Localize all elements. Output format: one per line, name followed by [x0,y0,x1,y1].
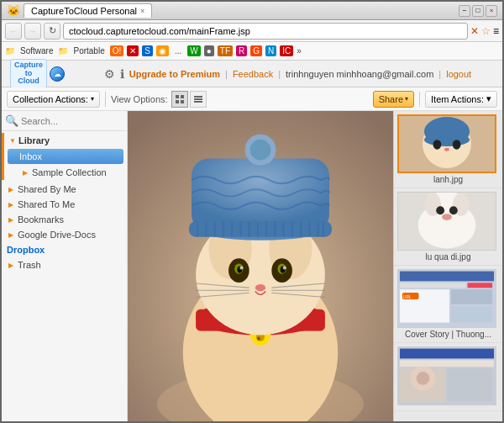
ext-s-icon[interactable]: S [142,45,153,56]
dropbox-label: Dropbox [7,245,45,255]
svg-rect-1 [181,95,184,98]
ext-g-icon[interactable]: G [250,45,262,56]
browser-window: 🐱 CaptureToCloud Personal × − □ × ← → ↻ … [0,0,504,423]
ext-chevron-icon[interactable]: » [297,46,302,56]
thumb-img-2 [397,192,496,251]
library-header[interactable]: ▼ Library [4,133,127,148]
svg-point-67 [449,206,458,214]
svg-rect-6 [194,101,202,103]
svg-text:URL: URL [403,295,412,299]
sidebar-item-inbox[interactable]: Inbox [8,149,123,164]
ext-ic-icon[interactable]: IC [280,45,293,56]
shared-by-me-arrow: ▶ [8,186,13,193]
view-list-btn[interactable] [190,91,207,108]
search-input[interactable] [21,116,128,126]
window-controls: − □ × [459,5,497,17]
thumb-web2-image [398,346,496,405]
svg-point-66 [436,206,444,214]
forward-btn[interactable]: → [24,23,41,40]
ext-dark-icon[interactable]: ● [204,45,214,56]
view-icons [171,91,207,108]
folder2-icon: 📁 [58,46,68,56]
thumb-img-1 [397,114,496,173]
menu-icon[interactable]: ≡ [493,25,499,37]
sidebar-item-trash[interactable]: ▶ Trash [2,257,127,272]
logout-link[interactable]: logout [446,69,471,79]
dropbox-section-header[interactable]: Dropbox [2,242,127,257]
collection-actions-btn[interactable]: Collection Actions: ▾ [7,91,100,108]
url-input[interactable] [63,23,468,40]
browser-tab[interactable]: CaptureToCloud Personal × [24,3,152,18]
bookmarks-label: Bookmarks [18,214,64,225]
title-bar: 🐱 CaptureToCloud Personal × − □ × [2,2,502,20]
thumbnail-item-4[interactable] [394,343,502,411]
tab-label: CaptureToCloud Personal [31,6,137,16]
thumb-label-1: lanh.jpg [397,175,499,184]
svg-point-60 [444,148,449,151]
search-icon[interactable]: 🔍 [5,114,18,127]
maximize-btn[interactable]: □ [472,5,484,17]
collection-actions-label: Collection Actions: [13,94,88,104]
item-actions-label: Item Actions: [431,94,484,104]
svg-rect-4 [194,96,202,98]
refresh-btn[interactable]: ↻ [44,23,60,40]
folder-icon: 📁 [5,46,15,56]
info-icon[interactable]: ℹ [120,67,124,81]
star-icon[interactable]: ☆ [481,25,491,37]
sidebar-item-sample[interactable]: ▶ Sample Collection [4,165,127,180]
share-btn[interactable]: Share ▾ [373,91,414,108]
upgrade-btn[interactable]: Upgrade to Premium [129,69,220,79]
svg-point-25 [283,267,286,270]
bookmark-portable[interactable]: Portable [70,45,108,56]
svg-point-68 [442,214,452,220]
share-arrow: ▾ [405,95,408,103]
thumbnail-item-2[interactable]: lu qua di.jpg [394,188,502,266]
sidebar-item-google-drive[interactable]: ▶ Google Drive-Docs [2,227,127,242]
ext-w-icon[interactable]: W [187,45,200,56]
tab-close-btn[interactable]: × [140,7,144,15]
header-actions: ⚙ ℹ Upgrade to Premium | Feedback | trin… [81,67,494,81]
thumb-label-3: Cover Story | Thuong... [397,330,499,339]
sep1: | [225,69,228,79]
user-email: trinhnguyen minhhoang@gmail.com [286,69,433,79]
svg-rect-5 [194,98,202,100]
ext-circle-icon[interactable]: ◉ [156,45,169,56]
ext-o-icon[interactable]: O! [110,45,124,56]
thumbnail-item-3[interactable]: URL Cover Story | Thuong... [394,266,502,343]
item-actions-btn[interactable]: Item Actions: ▾ [425,91,497,108]
sidebar-item-shared-to-me[interactable]: ▶ Shared To Me [2,197,127,212]
ext-more-icon[interactable]: ... [172,45,184,56]
svg-rect-75 [451,306,492,323]
list-icon [193,94,203,104]
grid-icon [175,94,185,104]
stop-icon[interactable]: ✕ [470,25,479,37]
thumb-img-3: URL [397,269,496,328]
svg-point-26 [255,284,265,291]
ext-r-icon[interactable]: R [236,45,247,56]
sep3: | [438,69,441,79]
sidebar-item-shared-by-me[interactable]: ▶ Shared By Me [2,182,127,197]
feedback-link[interactable]: Feedback [233,69,273,79]
main-content: 🔍 ▼ Library Inbox ▶ Sample Collection [2,111,502,421]
svg-rect-2 [176,100,179,103]
svg-rect-74 [451,289,492,304]
logo-cloud-icon: ☁ [50,66,65,82]
close-btn[interactable]: × [486,5,497,17]
minimize-btn[interactable]: − [459,5,470,17]
right-panel: lanh.jpg lu qua di.jpg [393,111,502,421]
svg-rect-82 [447,368,492,401]
back-btn[interactable]: ← [5,23,22,40]
logo-box: Capture to Cloud [10,59,47,89]
svg-rect-3 [181,100,184,103]
sep2: | [278,69,281,79]
ext-x-icon[interactable]: ✕ [127,45,139,56]
sidebar-item-bookmarks[interactable]: ▶ Bookmarks [2,212,127,227]
settings-icon[interactable]: ⚙ [104,67,115,81]
svg-rect-0 [176,95,179,98]
view-grid-btn[interactable] [171,91,188,108]
app-header: Capture to Cloud ☁ ⚙ ℹ Upgrade to Premiu… [2,61,502,87]
ext-tf-icon[interactable]: TF [218,45,233,56]
bookmark-software[interactable]: Software [17,45,56,56]
thumbnail-item-1[interactable]: lanh.jpg [394,111,502,188]
ext-n-icon[interactable]: N [265,45,276,56]
